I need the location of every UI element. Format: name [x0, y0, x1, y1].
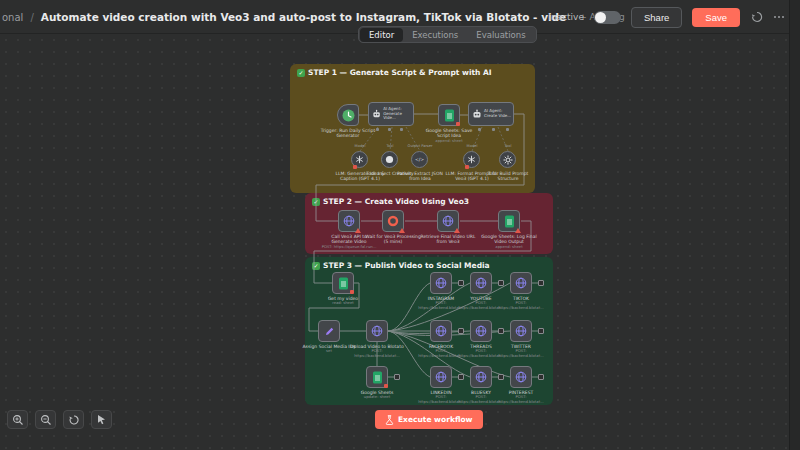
issue-badge [465, 165, 469, 169]
tab-editor[interactable]: Editor [360, 28, 403, 42]
node-assign-social-ids[interactable] [318, 320, 340, 342]
sticky-step3-text: STEP 3 — Publish Video to Social Media [323, 261, 490, 270]
more-options-icon[interactable] [774, 16, 784, 18]
subnode-parser-extract-json[interactable]: </> [411, 151, 428, 168]
agent-node-text: AI Agent:Generate Vide... [383, 107, 413, 121]
globe-icon [435, 325, 447, 337]
check-icon: ✓ [312, 198, 320, 206]
node-linkedin[interactable] [430, 366, 452, 388]
node-label: PINTEREST POST: https://backend.blotat..… [493, 390, 549, 404]
node-get-my-video[interactable] [332, 272, 354, 294]
issue-badge [456, 122, 460, 126]
node-bluesky[interactable] [470, 366, 492, 388]
tidy-up-button[interactable] [91, 410, 112, 429]
globe-icon [515, 277, 527, 289]
reset-zoom-button[interactable] [63, 410, 84, 429]
workflow-title[interactable]: Automate video creation with Veo3 and au… [41, 11, 566, 23]
breadcrumb[interactable]: onal [2, 12, 23, 23]
issue-badge [350, 290, 354, 294]
node-facebook[interactable] [430, 320, 452, 342]
agent-port[interactable] [492, 128, 495, 131]
subnode-llm-generate-idea[interactable] [351, 151, 368, 168]
robot-icon [372, 109, 381, 119]
check-icon: ✓ [312, 262, 320, 270]
node-upload-to-blotato[interactable] [366, 320, 388, 342]
zoom-out-icon [40, 414, 52, 426]
share-button[interactable]: Share [631, 7, 682, 28]
reset-zoom-icon [68, 414, 80, 426]
execute-workflow-button[interactable]: Execute workflow [375, 410, 483, 429]
google-sheets-icon [338, 277, 349, 290]
node-retrieve-video-url[interactable] [437, 210, 459, 232]
node-trigger-daily-script[interactable] [337, 104, 359, 126]
wait-icon [387, 215, 399, 227]
issue-badge [353, 165, 357, 169]
execute-workflow-label: Execute workflow [398, 415, 473, 424]
zoom-in-button[interactable] [7, 410, 28, 429]
node-label: Trigger: Run Daily Script Generator [320, 128, 376, 139]
clock-icon [342, 109, 355, 122]
breadcrumb-separator: / [30, 12, 33, 23]
node-tiktok[interactable] [510, 272, 532, 294]
sticky-step3-title: ✓ STEP 3 — Publish Video to Social Media [305, 257, 553, 270]
connector-endpoint[interactable] [538, 280, 544, 286]
agent-node-text: AI Agent:Create Vide... [484, 109, 511, 119]
history-icon[interactable] [750, 10, 764, 24]
connector-endpoint[interactable] [538, 328, 544, 334]
tab-executions[interactable]: Executions [403, 28, 467, 42]
node-wait-processing[interactable] [382, 210, 404, 232]
robot-icon [472, 109, 482, 119]
sticky-step1-text: STEP 1 — Generate Script & Prompt with A… [308, 68, 492, 77]
agent-port[interactable] [400, 128, 403, 131]
flask-icon [385, 415, 394, 425]
globe-icon [475, 277, 487, 289]
node-sheets-save-script[interactable] [438, 104, 460, 126]
agent-port[interactable] [478, 128, 481, 131]
port-label: Tool [486, 144, 530, 148]
node-call-veo3-api[interactable] [338, 210, 360, 232]
zoom-out-button[interactable] [35, 410, 56, 429]
node-label: TWITTER POST: https://backend.blotat... [493, 344, 549, 358]
node-sheets-log-output[interactable] [498, 210, 520, 232]
node-instagram[interactable] [430, 272, 452, 294]
connector-endpoint[interactable] [394, 374, 400, 380]
agent-port[interactable] [388, 128, 391, 131]
node-twitter[interactable] [510, 320, 532, 342]
node-youtube[interactable] [470, 272, 492, 294]
subnode-tool-inject-creativity[interactable] [381, 151, 398, 168]
node-label: Upload Video to Blotato POST: https://ba… [349, 344, 405, 358]
save-button[interactable]: Save [692, 8, 740, 27]
connector-endpoint[interactable] [498, 328, 504, 334]
agent-port[interactable] [376, 128, 379, 131]
connector-endpoint[interactable] [458, 328, 464, 334]
connector-endpoint[interactable] [538, 374, 544, 380]
globe-icon [515, 325, 527, 337]
connector-endpoint[interactable] [498, 280, 504, 286]
header-right: Inactive Share Save [548, 0, 784, 34]
node-ai-agent-create[interactable]: AI Agent:Create Vide... [468, 102, 514, 126]
node-label: Retrieve Final Video URL from Veo3 [420, 234, 476, 245]
globe-icon [515, 371, 527, 383]
sticky-step2-title: ✓ STEP 2 — Create Video Using Veo3 [305, 193, 553, 206]
subnode-tool-build-prompt[interactable] [499, 151, 516, 168]
node-label: TIKTOK POST: https://backend.blotat... [493, 296, 549, 310]
node-sheets-update[interactable] [366, 366, 388, 388]
connector-endpoint[interactable] [458, 280, 464, 286]
port-label: Output Parser [398, 144, 442, 148]
globe-icon [435, 277, 447, 289]
agent-port[interactable] [506, 128, 509, 131]
tab-evaluations[interactable]: Evaluations [467, 28, 534, 42]
node-label: Parser: Extract JSON from Idea [392, 171, 448, 182]
active-toggle[interactable] [594, 11, 621, 24]
node-label: Google Sheets update: sheet [349, 390, 405, 400]
pointer-icon [96, 414, 107, 425]
connector-endpoint[interactable] [498, 374, 504, 380]
connector-endpoint[interactable] [458, 374, 464, 380]
status-label: Inactive [548, 12, 584, 22]
node-label: Tool: Build Prompt Structure [480, 171, 536, 182]
node-label: Get my video read: sheet [315, 296, 371, 306]
node-ai-agent-generate[interactable]: AI Agent:Generate Vide... [368, 102, 414, 126]
node-pinterest[interactable] [510, 366, 532, 388]
node-threads[interactable] [470, 320, 492, 342]
subnode-llm-format-prompt[interactable] [463, 151, 480, 168]
